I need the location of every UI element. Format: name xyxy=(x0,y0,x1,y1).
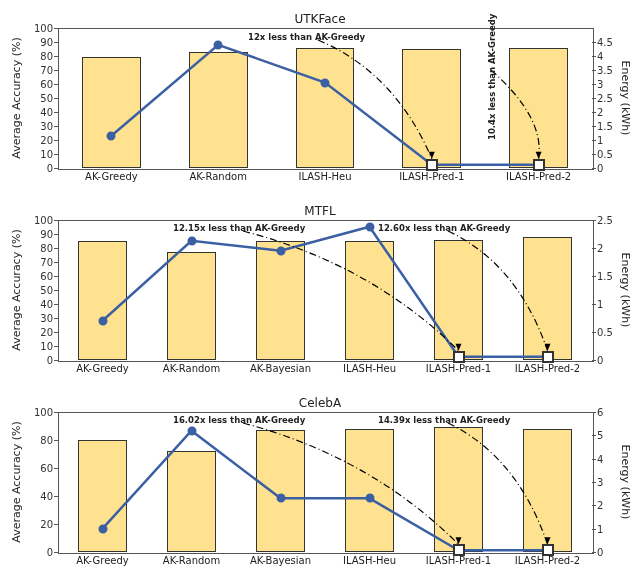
annotation: 10.4x less than AK-Greedy xyxy=(487,14,497,140)
bar xyxy=(78,241,127,360)
line-marker xyxy=(98,316,107,325)
chart-panel: UTKFaceAverage Accuracy (%)Energy (kWh)0… xyxy=(4,12,636,190)
chart-panel: CelebAAverage Accuracy (%)Energy (kWh)02… xyxy=(4,396,636,574)
x-category: AK-Random xyxy=(163,363,220,374)
y-axis-left-label: Average Accuracy (%) xyxy=(10,37,23,158)
line-marker xyxy=(542,351,554,363)
chart-title: MTFL xyxy=(4,204,636,218)
x-category: ILASH-Pred-2 xyxy=(506,171,571,182)
line-marker xyxy=(365,222,374,231)
x-category: ILASH-Pred-1 xyxy=(399,171,464,182)
y-right-tick: 1.5 xyxy=(597,121,613,132)
y-right-tick: 0.5 xyxy=(597,149,613,160)
y-right-tick: 1.5 xyxy=(597,271,613,282)
bar xyxy=(434,240,483,360)
bar xyxy=(345,241,394,360)
y-left-tick: 20 xyxy=(40,135,53,146)
bar xyxy=(82,57,141,168)
y-left-tick: 10 xyxy=(40,341,53,352)
bar xyxy=(296,48,355,168)
y-left-tick: 70 xyxy=(40,257,53,268)
chart-panel: MTFLAverage Accuracy (%)Energy (kWh)0102… xyxy=(4,204,636,382)
x-category: AK-Random xyxy=(163,555,220,566)
y-left-tick: 60 xyxy=(40,79,53,90)
bar xyxy=(509,48,568,168)
bar xyxy=(167,252,216,360)
y-left-tick: 30 xyxy=(40,313,53,324)
y-right-tick: 4.5 xyxy=(597,37,613,48)
line-marker xyxy=(542,544,554,556)
line-marker xyxy=(453,544,465,556)
annotation: 16.02x less than AK-Greedy xyxy=(173,415,305,425)
x-category: AK-Greedy xyxy=(76,363,129,374)
x-category: AK-Bayesian xyxy=(250,363,311,374)
y-right-tick: 1 xyxy=(597,299,603,310)
plot-area xyxy=(58,412,594,554)
annotation: 12x less than AK-Greedy xyxy=(248,32,365,42)
x-category: ILASH-Pred-2 xyxy=(515,363,580,374)
y-left-tick: 100 xyxy=(34,23,53,34)
line-marker xyxy=(426,159,438,171)
line-marker xyxy=(214,40,223,49)
y-left-tick: 40 xyxy=(40,299,53,310)
y-left-tick: 20 xyxy=(40,327,53,338)
y-right-tick: 4 xyxy=(597,51,603,62)
y-right-tick: 6 xyxy=(597,407,603,418)
x-category: ILASH-Pred-1 xyxy=(426,555,491,566)
y-right-tick: 2 xyxy=(597,500,603,511)
y-right-tick: 3 xyxy=(597,79,603,90)
y-left-tick: 30 xyxy=(40,121,53,132)
line-marker xyxy=(453,351,465,363)
y-right-tick: 0 xyxy=(597,163,603,174)
y-left-tick: 20 xyxy=(40,519,53,530)
line-marker xyxy=(107,131,116,140)
x-category: ILASH-Heu xyxy=(298,171,351,182)
bar xyxy=(256,430,305,552)
y-left-tick: 0 xyxy=(47,355,53,366)
y-left-tick: 40 xyxy=(40,107,53,118)
y-left-tick: 10 xyxy=(40,149,53,160)
y-right-tick: 0 xyxy=(597,547,603,558)
y-left-tick: 100 xyxy=(34,407,53,418)
y-right-tick: 5 xyxy=(597,430,603,441)
y-right-tick: 1 xyxy=(597,523,603,534)
y-axis-right-label: Energy (kWh) xyxy=(620,253,633,328)
y-left-tick: 80 xyxy=(40,243,53,254)
x-category: ILASH-Heu xyxy=(343,555,396,566)
y-left-tick: 60 xyxy=(40,271,53,282)
y-left-tick: 40 xyxy=(40,491,53,502)
annotation: 14.39x less than AK-Greedy xyxy=(378,415,510,425)
y-right-tick: 2 xyxy=(597,107,603,118)
y-right-tick: 0 xyxy=(597,355,603,366)
y-right-tick: 3.5 xyxy=(597,65,613,76)
y-left-tick: 100 xyxy=(34,215,53,226)
line-marker xyxy=(365,494,374,503)
chart-title: CelebA xyxy=(4,396,636,410)
y-right-tick: 4 xyxy=(597,453,603,464)
y-left-tick: 80 xyxy=(40,51,53,62)
y-axis-right-label: Energy (kWh) xyxy=(620,61,633,136)
bar xyxy=(189,52,248,168)
annotation: 12.15x less than AK-Greedy xyxy=(173,223,305,233)
x-category: AK-Greedy xyxy=(76,555,129,566)
y-right-tick: 2 xyxy=(597,243,603,254)
y-left-tick: 50 xyxy=(40,93,53,104)
y-right-tick: 1 xyxy=(597,135,603,146)
x-category: AK-Random xyxy=(190,171,247,182)
y-left-tick: 50 xyxy=(40,285,53,296)
bar xyxy=(402,49,461,168)
bar xyxy=(523,237,572,360)
annotation: 12.60x less than AK-Greedy xyxy=(378,223,510,233)
y-right-tick: 2.5 xyxy=(597,215,613,226)
y-right-tick: 3 xyxy=(597,477,603,488)
x-category: AK-Bayesian xyxy=(250,555,311,566)
bar xyxy=(256,241,305,360)
x-category: ILASH-Pred-2 xyxy=(515,555,580,566)
y-right-tick: 2.5 xyxy=(597,93,613,104)
y-left-tick: 60 xyxy=(40,463,53,474)
line-marker xyxy=(321,78,330,87)
bar xyxy=(78,440,127,552)
line-marker xyxy=(533,159,545,171)
y-left-tick: 90 xyxy=(40,229,53,240)
bar xyxy=(167,451,216,552)
